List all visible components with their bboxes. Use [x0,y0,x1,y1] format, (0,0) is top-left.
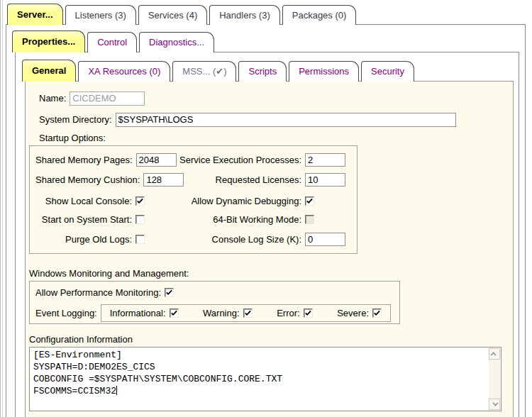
start-on-system-start-label: Start on System Start: [35,214,135,225]
tab-permissions[interactable]: Permissions [289,61,359,82]
name-input: CICDEMO [70,91,145,106]
tab-handlers[interactable]: Handlers (3) [209,5,280,25]
tab-label: General [32,65,66,76]
window-edge [0,0,3,417]
console-log-size-label: Console Log Size (K): [176,234,305,245]
tab-label: Packages (0) [292,10,347,21]
severe-checkbox[interactable] [372,308,382,318]
monitoring-group: Allow Performance Monitoring: Event Logg… [29,281,400,324]
tab-label: Listeners (3) [75,10,126,21]
64bit-working-mode-label: 64-Bit Working Mode: [176,214,305,225]
informational-checkbox[interactable] [170,308,179,318]
scroll-down-button[interactable] [489,399,500,410]
allow-dynamic-debugging-checkbox[interactable] [305,196,314,206]
shared-memory-pages-value: 2048 [139,155,160,165]
text-caret [116,386,117,395]
chevron-up-icon [490,352,496,357]
shared-memory-pages-label: Shared Memory Pages: [35,155,136,165]
tab-listeners[interactable]: Listeners (3) [65,5,136,25]
error-checkbox[interactable] [304,308,313,318]
scroll-up-button[interactable] [489,348,500,360]
tab-security[interactable]: Security [361,61,414,82]
requested-licenses-input[interactable]: 10 [305,173,345,187]
tab-label: Handlers (3) [219,10,270,21]
tab-label: XA Resources (0) [88,66,160,77]
tab-general[interactable]: General [22,60,76,82]
show-local-console-checkbox[interactable] [135,196,145,206]
console-log-size-value: 0 [308,234,313,245]
chevron-down-icon [492,400,498,406]
tab-label: Diagnostics... [149,37,204,48]
purge-old-logs-label: Purge Old Logs: [35,234,135,245]
tab-mss[interactable]: MSS... (✔) [172,61,236,82]
service-execution-processes-label: Service Execution Processes: [176,155,305,165]
properties-tab-bar: Properties... Control Diagnostics... [12,31,214,52]
config-line: SYSPATH=D:DEMO2ES_CICS [33,361,485,373]
general-panel: Name: CICDEMO System Directory: $SYSPATH… [25,81,514,417]
startup-options-title: Startup Options: [39,133,509,144]
tab-properties[interactable]: Properties... [12,30,85,52]
requested-licenses-label: Requested Licenses: [176,174,305,185]
warning-label: Warning: [203,308,240,318]
allow-performance-monitoring-label: Allow Performance Monitoring: [35,287,161,298]
64bit-working-mode-checkbox [305,215,314,224]
system-directory-value: $SYSPATH\LOGS [118,114,194,125]
scrollbar[interactable] [489,348,500,410]
purge-old-logs-checkbox[interactable] [135,235,145,244]
general-tab-bar: General XA Resources (0) MSS... (✔) Scri… [22,60,414,82]
show-local-console-label: Show Local Console: [35,196,135,206]
tab-label: Services (4) [148,10,197,21]
config-line-text: FSCOMMS=CCISM32 [33,386,116,396]
allow-dynamic-debugging-label: Allow Dynamic Debugging: [176,196,305,206]
tab-label: Server... [17,9,53,20]
tab-label: Scripts [248,66,277,77]
informational-label: Informational: [110,308,166,318]
shared-memory-cushion-label: Shared Memory Cushion: [35,174,143,185]
event-logging-label: Event Logging: [35,308,97,318]
severe-label: Severe: [337,308,369,318]
config-line: COBCONFIG =$SYSPATH\SYSTEM\COBCONFIG.COR… [33,373,485,385]
config-line: [ES-Environment] [33,349,485,361]
config-line: FSCOMMS=CCISM32 [33,385,485,397]
configuration-information-textarea[interactable]: [ES-Environment] SYSPATH=D:DEMO2ES_CICS … [29,347,501,411]
configuration-information-title: Configuration Information [29,334,509,345]
requested-licenses-value: 10 [308,174,318,185]
tab-scripts[interactable]: Scripts [238,61,287,82]
tab-xa-resources[interactable]: XA Resources (0) [78,61,170,82]
start-on-system-start-checkbox[interactable] [135,215,145,224]
name-label: Name: [39,93,66,104]
tab-control[interactable]: Control [87,32,137,52]
error-label: Error: [277,308,300,318]
shared-memory-pages-input[interactable]: 2048 [136,153,177,167]
name-value: CICDEMO [72,93,116,104]
allow-performance-monitoring-checkbox[interactable] [165,288,174,297]
startup-options-group: Shared Memory Pages: 2048 Service Execut… [29,145,358,254]
warning-checkbox[interactable] [243,308,253,318]
tab-label: MSS... (✔) [182,66,226,77]
tab-packages[interactable]: Packages (0) [282,5,357,25]
monitoring-title: Windows Monitoring and Management: [29,268,509,279]
event-logging-group: Informational: Warning: Error: [101,304,391,322]
tab-diagnostics[interactable]: Diagnostics... [139,32,214,52]
shared-memory-cushion-value: 128 [146,174,162,185]
tab-label: Control [97,37,127,48]
system-directory-input[interactable]: $SYSPATH\LOGS [116,113,456,127]
properties-panel: General XA Resources (0) MSS... (✔) Scri… [15,52,519,417]
tab-label: Security [371,66,404,77]
server-panel: Properties... Control Diagnostics... Gen… [6,24,526,417]
system-directory-label: System Directory: [39,114,112,125]
tab-label: Properties... [22,36,75,47]
tab-label: Permissions [299,66,349,77]
server-tab-bar: Server... Listeners (3) Services (4) Han… [7,4,356,25]
console-log-size-input[interactable]: 0 [305,233,345,246]
service-execution-processes-input[interactable]: 2 [305,153,345,167]
configuration-text: [ES-Environment] SYSPATH=D:DEMO2ES_CICS … [30,348,501,399]
tab-server[interactable]: Server... [7,4,63,25]
service-execution-processes-value: 2 [308,155,313,165]
tab-services[interactable]: Services (4) [138,5,207,25]
